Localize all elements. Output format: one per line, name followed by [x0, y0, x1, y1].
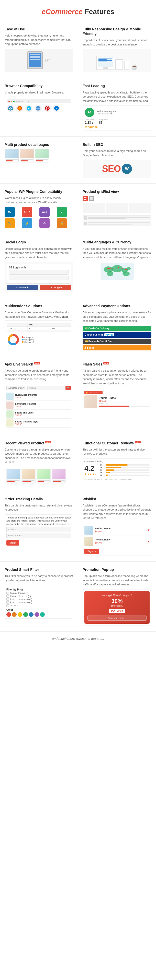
swatch-green[interactable] — [23, 612, 28, 617]
list-view-btn[interactable] — [89, 196, 94, 201]
pingdom-logo: Pingdom... — [85, 126, 149, 129]
flash-badge: ⚡ FLASH SALE — [84, 391, 103, 395]
list-item-row-1 — [83, 215, 151, 220]
feature-desc: Help shoppers get to what they want, fas… — [5, 33, 73, 46]
track-button[interactable]: Track — [6, 540, 19, 546]
wishlist-item-1: Product Name $45.00 ♥ — [84, 525, 150, 536]
plugin-icon-2: CF7 — [22, 207, 32, 217]
feature-title: Flash SalesHOT — [83, 362, 151, 366]
header-title-italic: eCommerce — [42, 8, 83, 16]
feature-title: Order Tracking Details — [5, 497, 73, 501]
recent-viewed-mockup — [5, 467, 73, 485]
promo-subtitle: off coupon? — [88, 605, 146, 607]
feature-flash-sales: Flash SalesHOT A flash sale is a discoun… — [78, 356, 156, 435]
recent-item-4 — [52, 469, 66, 484]
feature-title: Ease of Use — [5, 27, 73, 32]
swatch-purple[interactable] — [35, 612, 39, 617]
feature-payment: Advanced Payment Options Advanced paymen… — [78, 298, 156, 356]
search-result-1: Ryan Linen Pajamas $50.00 — [6, 392, 72, 401]
swatch-orange[interactable] — [12, 612, 17, 617]
price-option-4[interactable]: $150.00 - $200.00 (0) — [6, 601, 72, 604]
paypal-btn: Check out with PayPal — [83, 332, 151, 338]
flash-product-img — [84, 395, 97, 408]
swatch-teal[interactable] — [40, 612, 45, 617]
lang-mockup — [83, 262, 151, 281]
search-input-field[interactable]: Futura — [27, 386, 64, 390]
feature-title: Functional Customer ReviewsHOT — [83, 441, 151, 445]
email-field[interactable]: Email Address — [6, 533, 72, 538]
price-option-3[interactable]: $100.00 - $150.00 (1) — [6, 598, 72, 601]
order-id-field[interactable]: Order ID — [6, 527, 72, 532]
seo-mockup: SEO W — [83, 160, 151, 178]
wp-logo: W — [122, 164, 132, 174]
plugin-icon-1: W — [5, 207, 15, 217]
bitcoin-btn: ₿ Bitcoin — [83, 345, 151, 350]
safari-icon — [35, 105, 42, 112]
feature-title: Multi-Languages & Currency — [83, 240, 151, 244]
hand-icon: ☞ — [45, 57, 50, 64]
google-login-btn[interactable]: G+ Google+ — [40, 285, 71, 290]
feature-multi-product: Multi product detail pages — [0, 137, 78, 184]
feature-desc: Linking social profiles and user-generat… — [5, 247, 73, 259]
hot-badge-flash: HOT — [103, 362, 109, 364]
fast-loading-mockup: 90 Performance grade Page size: 2.1 MB L… — [83, 105, 151, 131]
price-option-1[interactable]: $0.00 - $50.00 (1) — [6, 592, 72, 595]
plugin-woo-icon: Woo — [40, 207, 49, 217]
price-option-2[interactable]: $50.00 - $100.00 (3) — [6, 595, 72, 598]
grid-item-3 — [129, 203, 151, 213]
product-card-3 — [35, 149, 49, 162]
promo-mockup: want get 30% off coupon? 30% off coupon?… — [83, 589, 151, 625]
grid-view-btn[interactable] — [83, 196, 88, 201]
search-button[interactable]: 🔍 — [65, 386, 72, 390]
promo-email-input[interactable]: Enter your email... — [88, 616, 146, 620]
wishlist-mockup: Product Name $45.00 ♥ Product Name $65.0… — [83, 523, 151, 556]
feature-title: Product grid/list view — [83, 189, 151, 194]
feature-responsive: Fully Responsive Design & Mobile Friendl… — [78, 21, 156, 78]
tracking-mockup: To track your order please enter your Or… — [5, 514, 73, 547]
promo-title: want get 30% off coupon? — [88, 594, 146, 597]
reviews-mockup: Customer's Rating 4.2 ★★★★☆ 5★ 4★ 3★ 2★ … — [83, 458, 151, 482]
responsive-mockup: ☕ — [83, 49, 151, 72]
svg-rect-17 — [84, 199, 85, 200]
feature-title: Recent Viewed ProductHOT — [5, 441, 73, 445]
firefox-icon — [16, 105, 23, 112]
signin-button[interactable]: Sign in — [84, 549, 99, 554]
feature-reviews: Functional Customer ReviewsHOT This part… — [78, 435, 156, 491]
ajax-search-mockup: All Categories ▾ Futura 🔍 Ryan Linen Paj… — [5, 384, 73, 430]
feature-promo-popup: Promotion Pop-up Pop-up ads are a form o… — [78, 562, 156, 632]
promo-discount-pct: 30% — [88, 598, 146, 605]
feature-grid-list: Product grid/list view — [78, 184, 156, 234]
facebook-login-btn[interactable]: f Facebook — [6, 285, 38, 290]
feature-desc: AJAX can be used to create more user-fri… — [5, 369, 73, 381]
feature-title: Fully Responsive Design & Mobile Friendl… — [83, 27, 151, 36]
feature-title: Product Smart Filter — [5, 567, 73, 572]
feature-plugins: Popular WP Plugins Compatibility WordPre… — [0, 184, 78, 234]
progress-fill — [99, 406, 129, 407]
feature-desc: A wishlist is an eCommerce feature that … — [83, 503, 151, 520]
flash-sales-mockup: ⚡ FLASH SALE Double Traffic $50.00 Sold:… — [83, 388, 151, 410]
category-select[interactable]: All Categories ▾ — [6, 386, 26, 390]
feature-social-login: Social Login Linking social profiles and… — [0, 234, 78, 298]
feature-desc: WordPress Plugins allow you to easily mo… — [5, 196, 73, 204]
load-time-label: Load time — [85, 119, 94, 121]
feature-desc: Uma is properly rendered in all major Br… — [5, 91, 73, 95]
swatch-yellow[interactable] — [18, 612, 22, 617]
svg-rect-20 — [90, 199, 92, 199]
header-title-rest: Features — [83, 8, 115, 16]
promo-code: POPUP30 — [109, 609, 125, 613]
swatch-red[interactable] — [6, 612, 11, 617]
feature-desc: If your site has multiple versions for d… — [83, 247, 151, 259]
feature-title: Ajax Live SearchHOT — [5, 362, 73, 366]
search-result-2: Long Sofa Pajamas $50.00 — [6, 401, 72, 410]
feature-seo: Built in SEO Help your business to have … — [78, 137, 156, 184]
feature-title: Built in SEO — [83, 142, 151, 147]
features-grid: Ease of Use Help shoppers get to what th… — [0, 21, 156, 632]
feature-title: Popular WP Plugins Compatibility — [5, 189, 73, 194]
feature-ease-of-use: Ease of Use Help shoppers get to what th… — [0, 21, 78, 78]
feature-desc: This part will let the customers read, r… — [83, 447, 151, 456]
price-option-sale[interactable]: On Sale — [6, 604, 72, 607]
login-form-mock: SS Login with — [6, 264, 71, 283]
swatch-blue[interactable] — [29, 612, 33, 617]
svg-rect-16 — [85, 197, 86, 198]
plugins-mockup: W CF7 Woo ★ 🔧 ⚡ ♻ 🔒 — [5, 207, 73, 228]
